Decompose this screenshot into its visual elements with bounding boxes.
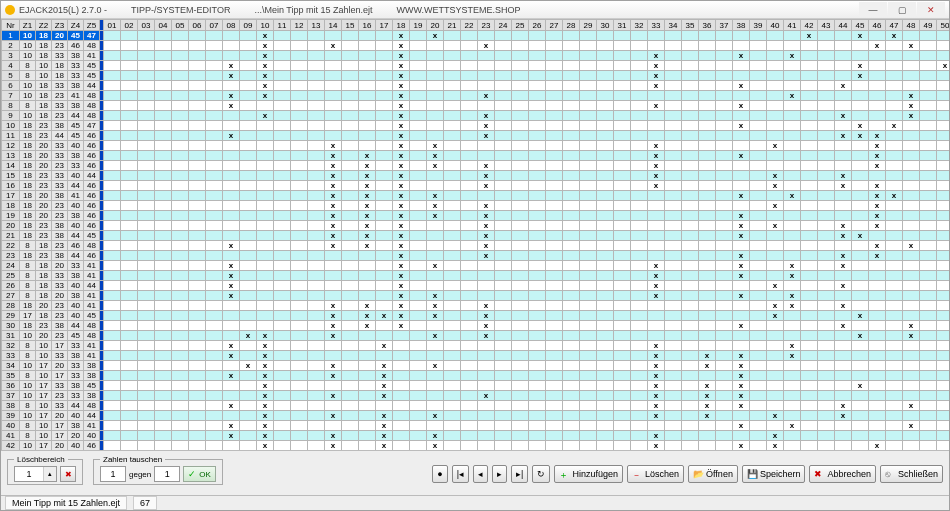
mark-cell[interactable] [886,411,903,421]
mark-cell[interactable] [614,251,631,261]
mark-cell[interactable] [342,161,359,171]
mark-cell[interactable] [631,231,648,241]
mark-cell[interactable] [512,281,529,291]
mark-cell[interactable] [614,141,631,151]
mark-cell[interactable] [665,71,682,81]
mark-cell[interactable] [444,301,461,311]
mark-cell[interactable] [818,61,835,71]
mark-cell[interactable]: x [478,301,495,311]
mark-cell[interactable] [818,151,835,161]
mark-cell[interactable] [920,321,937,331]
mark-cell[interactable] [801,41,818,51]
mark-cell[interactable]: x [767,201,784,211]
mark-cell[interactable] [818,361,835,371]
mark-cell[interactable]: x [393,201,410,211]
mark-cell[interactable] [240,391,257,401]
mark-cell[interactable] [784,371,801,381]
mark-cell[interactable] [155,81,172,91]
mark-cell[interactable] [920,101,937,111]
mark-cell[interactable] [495,281,512,291]
mark-cell[interactable] [155,431,172,441]
mark-cell[interactable]: x [393,141,410,151]
mark-cell[interactable]: x [223,71,240,81]
mark-cell[interactable] [495,331,512,341]
mark-cell[interactable] [818,441,835,451]
mark-cell[interactable]: x [427,361,444,371]
mark-cell[interactable] [937,271,950,281]
mark-cell[interactable] [682,311,699,321]
mark-cell[interactable] [920,351,937,361]
mark-cell[interactable] [512,141,529,151]
mark-cell[interactable] [631,351,648,361]
mark-cell[interactable] [223,161,240,171]
mark-cell[interactable] [852,81,869,91]
mark-cell[interactable] [121,361,138,371]
mark-cell[interactable] [665,261,682,271]
mark-cell[interactable] [580,281,597,291]
mark-cell[interactable] [886,141,903,151]
mark-cell[interactable] [852,441,869,451]
mark-cell[interactable] [580,31,597,41]
mark-cell[interactable] [410,211,427,221]
mark-cell[interactable] [614,61,631,71]
mark-cell[interactable] [308,141,325,151]
mark-cell[interactable] [665,211,682,221]
mark-cell[interactable] [274,301,291,311]
mark-cell[interactable] [529,341,546,351]
mark-cell[interactable] [869,401,886,411]
mark-cell[interactable]: x [257,421,274,431]
mark-cell[interactable] [580,251,597,261]
data-row[interactable]: 61018333844xxxxx [2,81,950,91]
col-n11[interactable]: 11 [274,20,291,31]
mark-cell[interactable] [920,191,937,201]
mark-cell[interactable] [172,271,189,281]
data-row[interactable]: 31018333841xxxxx [2,51,950,61]
mark-cell[interactable] [546,71,563,81]
mark-cell[interactable] [138,51,155,61]
mark-cell[interactable] [495,261,512,271]
mark-cell[interactable]: x [223,261,240,271]
mark-cell[interactable]: x [767,311,784,321]
mark-cell[interactable]: x [376,411,393,421]
mark-cell[interactable]: x [393,41,410,51]
mark-cell[interactable]: x [733,401,750,411]
mark-cell[interactable] [138,71,155,81]
mark-cell[interactable] [138,341,155,351]
mark-cell[interactable] [546,151,563,161]
mark-cell[interactable]: x [869,201,886,211]
mark-cell[interactable] [512,91,529,101]
mark-cell[interactable] [665,441,682,451]
mark-cell[interactable] [801,381,818,391]
mark-cell[interactable]: x [733,151,750,161]
mark-cell[interactable] [920,381,937,391]
mark-cell[interactable] [801,281,818,291]
mark-cell[interactable] [563,251,580,261]
mark-cell[interactable] [376,221,393,231]
mark-cell[interactable] [903,151,920,161]
mark-cell[interactable]: x [427,311,444,321]
mark-cell[interactable] [597,51,614,61]
mark-cell[interactable] [767,331,784,341]
mark-cell[interactable] [274,201,291,211]
mark-cell[interactable] [563,91,580,101]
mark-cell[interactable] [835,371,852,381]
mark-cell[interactable] [512,61,529,71]
mark-cell[interactable] [291,241,308,251]
mark-cell[interactable] [631,331,648,341]
mark-cell[interactable]: x [427,151,444,161]
mark-cell[interactable] [189,181,206,191]
mark-cell[interactable] [240,351,257,361]
mark-cell[interactable] [291,281,308,291]
mark-cell[interactable] [835,151,852,161]
mark-cell[interactable] [801,231,818,241]
schliessen-button[interactable]: ⎋Schließen [880,465,943,483]
mark-cell[interactable] [274,151,291,161]
mark-cell[interactable] [869,311,886,321]
mark-cell[interactable] [359,331,376,341]
mark-cell[interactable] [784,151,801,161]
mark-cell[interactable] [257,251,274,261]
mark-cell[interactable] [767,381,784,391]
mark-cell[interactable] [597,71,614,81]
mark-cell[interactable]: x [648,171,665,181]
mark-cell[interactable] [478,261,495,271]
